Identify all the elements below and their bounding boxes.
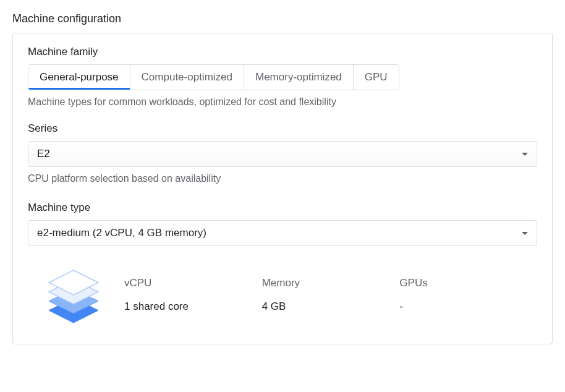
caret-down-icon: [522, 153, 528, 156]
tab-compute-optimized[interactable]: Compute-optimized: [130, 65, 244, 90]
spec-memory-value: 4 GB: [262, 300, 400, 313]
spec-gpus: GPUs -: [399, 277, 537, 313]
page-title: Machine configuration: [12, 12, 553, 25]
spec-memory-label: Memory: [262, 277, 400, 289]
spec-vcpu-value: 1 shared core: [124, 300, 262, 313]
machine-specs: vCPU 1 shared core Memory 4 GB GPUs -: [28, 261, 537, 329]
machine-type-dropdown[interactable]: e2-medium (2 vCPU, 4 GB memory): [28, 220, 537, 246]
machine-family-tabs: General-purpose Compute-optimized Memory…: [28, 64, 399, 90]
machine-type-dropdown-value: e2-medium (2 vCPU, 4 GB memory): [37, 227, 206, 239]
spec-gpus-value: -: [399, 300, 537, 313]
spec-gpus-label: GPUs: [399, 277, 537, 289]
tab-gpu[interactable]: GPU: [354, 65, 399, 90]
machine-family-description: Machine types for common workloads, opti…: [28, 96, 537, 108]
machine-type-label: Machine type: [28, 202, 537, 214]
series-description: CPU platform selection based on availabi…: [28, 173, 537, 184]
tab-memory-optimized[interactable]: Memory-optimized: [244, 65, 354, 90]
machine-family-label: Machine family: [28, 46, 537, 58]
machine-layers-icon: [43, 261, 104, 329]
spec-vcpu-label: vCPU: [124, 277, 262, 289]
caret-down-icon: [522, 232, 528, 235]
spec-memory: Memory 4 GB: [262, 277, 400, 313]
series-dropdown-value: E2: [37, 148, 50, 160]
tab-general-purpose[interactable]: General-purpose: [28, 65, 130, 90]
series-dropdown[interactable]: E2: [28, 141, 537, 167]
series-label: Series: [28, 122, 537, 135]
machine-config-panel: Machine family General-purpose Compute-o…: [12, 33, 553, 344]
spec-vcpu: vCPU 1 shared core: [124, 277, 262, 313]
